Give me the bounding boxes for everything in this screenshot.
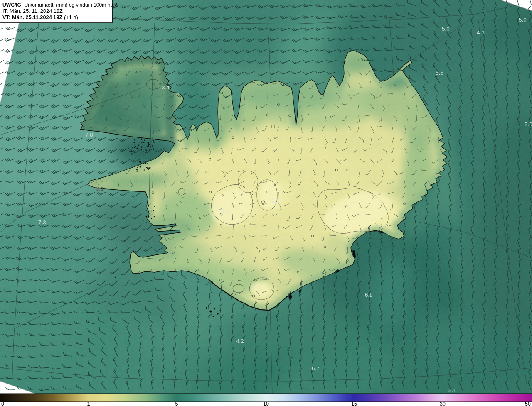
svg-text:10: 10 <box>263 401 269 406</box>
svg-text:UWC/IG: Úrkomumætti (mm) og vi: UWC/IG: Úrkomumætti (mm) og vindur i 100… <box>2 2 118 8</box>
svg-text:1: 1 <box>87 401 90 406</box>
svg-text:15: 15 <box>351 401 357 406</box>
svg-text:5.0: 5.0 <box>525 121 532 127</box>
svg-text:3.4: 3.4 <box>162 84 170 90</box>
svg-text:0: 0 <box>1 401 4 406</box>
svg-text:5.1: 5.1 <box>448 387 456 394</box>
svg-text:1.0: 1.0 <box>222 208 230 214</box>
svg-text:5.0: 5.0 <box>442 26 450 32</box>
svg-text:6.8: 6.8 <box>365 292 373 298</box>
svg-text:6.7: 6.7 <box>312 365 320 372</box>
svg-text:4.3: 4.3 <box>477 29 485 36</box>
svg-text:30: 30 <box>440 401 446 406</box>
svg-text:7.3: 7.3 <box>38 219 46 225</box>
svg-text:5.5: 5.5 <box>436 70 443 76</box>
svg-text:7.8: 7.8 <box>85 132 93 138</box>
svg-text:1.1: 1.1 <box>271 198 279 204</box>
svg-text:4.2: 4.2 <box>236 338 244 344</box>
svg-text:5: 5 <box>175 401 178 406</box>
svg-text:VT: Mán. 25.11.2024 19Z (+1 h): VT: Mán. 25.11.2024 19Z (+1 h) <box>2 14 78 20</box>
svg-text:3.1: 3.1 <box>96 186 104 192</box>
svg-text:50: 50 <box>525 401 531 406</box>
svg-text:5.0: 5.0 <box>519 17 527 23</box>
svg-text:IT: Mán. 25. 11. 2024 18Z: IT: Mán. 25. 11. 2024 18Z <box>2 8 63 14</box>
